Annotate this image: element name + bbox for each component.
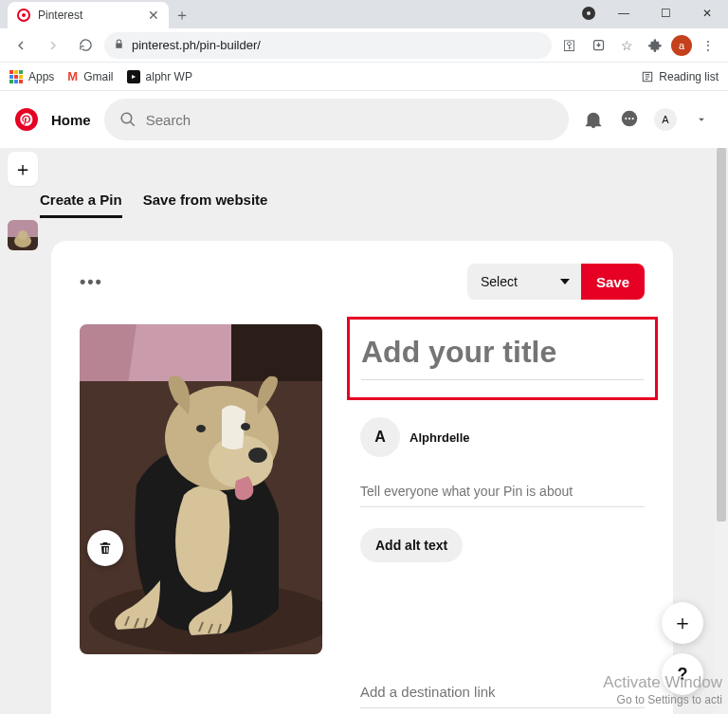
install-icon[interactable]: [586, 33, 610, 58]
save-button[interactable]: Save: [581, 264, 645, 300]
user-avatar-header[interactable]: A: [654, 108, 677, 131]
tab-title: Pinterest: [38, 9, 140, 22]
user-name: Alphrdelle: [410, 430, 470, 445]
trash-icon: [98, 540, 113, 556]
pinterest-logo[interactable]: [15, 108, 38, 131]
bookmarks-bar: Apps M Gmail ▸ alphr WP Reading list: [0, 63, 728, 91]
gmail-label: Gmail: [83, 70, 113, 83]
draft-thumbnail[interactable]: [8, 220, 38, 250]
bookmark-star-icon[interactable]: ☆: [614, 33, 639, 58]
alphr-icon: ▸: [127, 70, 140, 83]
pin-image-illustration: [80, 324, 322, 654]
omnibox[interactable]: pinterest.ph/pin-builder/: [104, 32, 552, 59]
minimize-button[interactable]: ―: [603, 0, 645, 27]
alphr-bookmark[interactable]: ▸ alphr WP: [127, 70, 192, 83]
search-bar[interactable]: [104, 99, 569, 140]
destination-link-input[interactable]: [360, 676, 645, 708]
pinterest-header: Home A: [0, 91, 728, 148]
extensions-icon[interactable]: [643, 33, 667, 58]
builder-tabs: Create a Pin Save from website: [40, 192, 267, 218]
url-text: pinterest.ph/pin-builder/: [132, 38, 261, 52]
home-link[interactable]: Home: [51, 112, 91, 128]
back-button[interactable]: [8, 32, 34, 59]
svg-point-3: [625, 118, 627, 119]
tab-create-pin[interactable]: Create a Pin: [40, 192, 122, 218]
svg-point-9: [18, 230, 27, 240]
alphr-label: alphr WP: [146, 70, 192, 83]
window-controls: ― ☐ ✕: [603, 0, 728, 27]
delete-image-button[interactable]: [87, 530, 123, 566]
workspace: ＋ Create a Pin Save from website ••• Sel…: [0, 148, 728, 714]
svg-point-4: [628, 118, 630, 119]
title-highlight-box: [347, 317, 658, 400]
board-select[interactable]: Select: [467, 264, 581, 300]
svg-rect-11: [231, 324, 322, 381]
apps-shortcut[interactable]: Apps: [9, 70, 54, 83]
apps-grid-icon: [9, 70, 23, 83]
address-bar: pinterest.ph/pin-builder/ ⚿ ☆ a ⋮: [0, 28, 728, 63]
user-row: A Alphrdelle: [360, 417, 645, 457]
chevron-down-icon[interactable]: [690, 108, 713, 131]
user-avatar[interactable]: A: [360, 417, 400, 457]
lock-icon: [114, 39, 124, 52]
scrollbar-thumb[interactable]: [717, 148, 726, 522]
gmail-bookmark[interactable]: M Gmail: [67, 69, 113, 83]
reload-button[interactable]: [72, 32, 99, 59]
svg-point-18: [241, 423, 250, 430]
chrome-profile-avatar[interactable]: a: [671, 35, 692, 56]
fab-help-button[interactable]: ?: [662, 653, 703, 695]
image-column: [80, 324, 322, 708]
reading-list-icon: [641, 70, 654, 83]
messages-icon[interactable]: [618, 108, 641, 131]
pin-card: ••• Select Save: [51, 241, 673, 714]
svg-point-5: [632, 118, 634, 119]
add-pin-button[interactable]: ＋: [8, 152, 38, 186]
search-input[interactable]: [146, 112, 554, 128]
form-column: A Alphrdelle Add alt text: [360, 324, 645, 708]
scrollbar[interactable]: [715, 148, 728, 714]
board-save-group: Select Save: [467, 264, 645, 300]
browser-tab[interactable]: Pinterest ✕: [8, 2, 169, 28]
pin-image[interactable]: [80, 324, 322, 654]
add-alt-text-button[interactable]: Add alt text: [360, 528, 463, 562]
new-tab-button[interactable]: ＋: [169, 2, 195, 28]
card-top-row: ••• Select Save: [80, 264, 645, 300]
notifications-icon[interactable]: [582, 108, 605, 131]
close-tab-icon[interactable]: ✕: [148, 8, 159, 23]
maximize-button[interactable]: ☐: [645, 0, 686, 27]
reading-list-button[interactable]: Reading list: [641, 70, 719, 83]
more-options-icon[interactable]: •••: [80, 272, 103, 292]
gmail-icon: M: [67, 69, 78, 83]
media-indicator-icon[interactable]: [582, 7, 595, 20]
svg-point-17: [196, 425, 206, 432]
apps-label: Apps: [28, 70, 54, 83]
thumbnail-image: [8, 220, 38, 250]
search-icon: [119, 111, 136, 128]
reading-list-label: Reading list: [659, 70, 719, 83]
svg-point-16: [248, 448, 267, 463]
title-input[interactable]: [361, 329, 644, 380]
description-input[interactable]: [360, 467, 645, 507]
chrome-titlebar: Pinterest ✕ ＋ ― ☐ ✕: [0, 0, 728, 28]
pinterest-favicon: [17, 9, 30, 22]
tab-save-from-website[interactable]: Save from website: [143, 192, 268, 218]
fab-add-button[interactable]: ＋: [662, 602, 703, 644]
chrome-menu-icon[interactable]: ⋮: [696, 33, 720, 58]
forward-button[interactable]: [40, 32, 66, 59]
address-bar-actions: ⚿ ☆ a ⋮: [557, 33, 720, 58]
key-icon[interactable]: ⚿: [557, 33, 582, 58]
close-window-button[interactable]: ✕: [686, 0, 728, 27]
